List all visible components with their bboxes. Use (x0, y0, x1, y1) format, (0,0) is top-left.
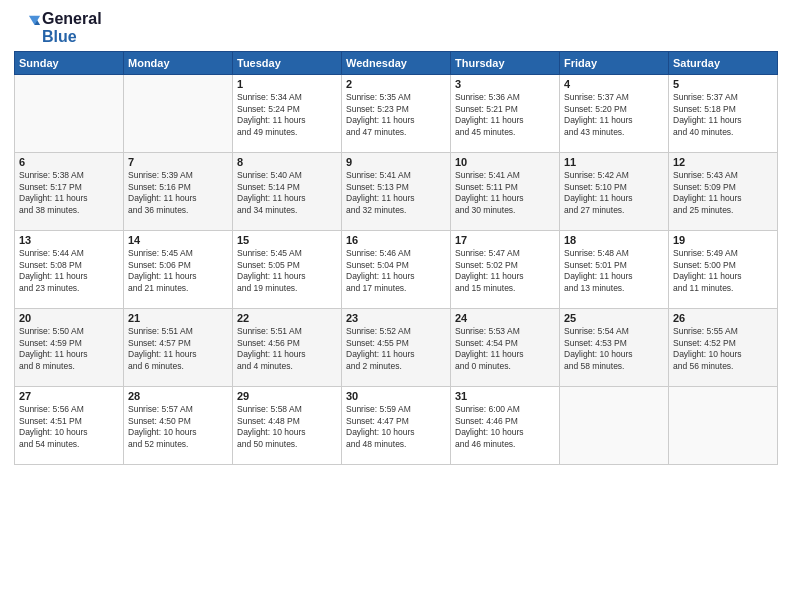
calendar-cell: 6Sunrise: 5:38 AM Sunset: 5:17 PM Daylig… (15, 153, 124, 231)
calendar-cell: 15Sunrise: 5:45 AM Sunset: 5:05 PM Dayli… (233, 231, 342, 309)
logo-text-general: General (42, 10, 102, 28)
calendar-cell: 18Sunrise: 5:48 AM Sunset: 5:01 PM Dayli… (560, 231, 669, 309)
calendar-cell: 16Sunrise: 5:46 AM Sunset: 5:04 PM Dayli… (342, 231, 451, 309)
calendar-cell: 17Sunrise: 5:47 AM Sunset: 5:02 PM Dayli… (451, 231, 560, 309)
logo-icon (14, 12, 42, 40)
day-number: 31 (455, 390, 555, 402)
day-number: 29 (237, 390, 337, 402)
weekday-header-friday: Friday (560, 52, 669, 75)
day-info: Sunrise: 5:51 AM Sunset: 4:57 PM Dayligh… (128, 326, 228, 372)
header: General Blue (14, 10, 778, 45)
day-number: 27 (19, 390, 119, 402)
day-info: Sunrise: 5:57 AM Sunset: 4:50 PM Dayligh… (128, 404, 228, 450)
day-info: Sunrise: 6:00 AM Sunset: 4:46 PM Dayligh… (455, 404, 555, 450)
day-number: 19 (673, 234, 773, 246)
calendar-table: SundayMondayTuesdayWednesdayThursdayFrid… (14, 51, 778, 465)
week-row-4: 20Sunrise: 5:50 AM Sunset: 4:59 PM Dayli… (15, 309, 778, 387)
day-number: 22 (237, 312, 337, 324)
day-info: Sunrise: 5:52 AM Sunset: 4:55 PM Dayligh… (346, 326, 446, 372)
day-info: Sunrise: 5:43 AM Sunset: 5:09 PM Dayligh… (673, 170, 773, 216)
day-info: Sunrise: 5:49 AM Sunset: 5:00 PM Dayligh… (673, 248, 773, 294)
weekday-row: SundayMondayTuesdayWednesdayThursdayFrid… (15, 52, 778, 75)
logo: General Blue (14, 10, 102, 45)
calendar-cell: 12Sunrise: 5:43 AM Sunset: 5:09 PM Dayli… (669, 153, 778, 231)
day-number: 16 (346, 234, 446, 246)
day-info: Sunrise: 5:38 AM Sunset: 5:17 PM Dayligh… (19, 170, 119, 216)
week-row-3: 13Sunrise: 5:44 AM Sunset: 5:08 PM Dayli… (15, 231, 778, 309)
calendar-cell: 25Sunrise: 5:54 AM Sunset: 4:53 PM Dayli… (560, 309, 669, 387)
calendar-cell (669, 387, 778, 465)
calendar-cell (560, 387, 669, 465)
day-info: Sunrise: 5:44 AM Sunset: 5:08 PM Dayligh… (19, 248, 119, 294)
weekday-header-tuesday: Tuesday (233, 52, 342, 75)
calendar-cell: 13Sunrise: 5:44 AM Sunset: 5:08 PM Dayli… (15, 231, 124, 309)
calendar-cell: 24Sunrise: 5:53 AM Sunset: 4:54 PM Dayli… (451, 309, 560, 387)
weekday-header-saturday: Saturday (669, 52, 778, 75)
day-number: 28 (128, 390, 228, 402)
calendar-cell: 31Sunrise: 6:00 AM Sunset: 4:46 PM Dayli… (451, 387, 560, 465)
weekday-header-wednesday: Wednesday (342, 52, 451, 75)
day-info: Sunrise: 5:41 AM Sunset: 5:11 PM Dayligh… (455, 170, 555, 216)
day-number: 14 (128, 234, 228, 246)
day-number: 6 (19, 156, 119, 168)
day-info: Sunrise: 5:45 AM Sunset: 5:06 PM Dayligh… (128, 248, 228, 294)
day-info: Sunrise: 5:37 AM Sunset: 5:18 PM Dayligh… (673, 92, 773, 138)
day-info: Sunrise: 5:35 AM Sunset: 5:23 PM Dayligh… (346, 92, 446, 138)
day-number: 30 (346, 390, 446, 402)
day-number: 12 (673, 156, 773, 168)
calendar-cell: 20Sunrise: 5:50 AM Sunset: 4:59 PM Dayli… (15, 309, 124, 387)
calendar-cell: 3Sunrise: 5:36 AM Sunset: 5:21 PM Daylig… (451, 75, 560, 153)
day-info: Sunrise: 5:40 AM Sunset: 5:14 PM Dayligh… (237, 170, 337, 216)
calendar-cell: 19Sunrise: 5:49 AM Sunset: 5:00 PM Dayli… (669, 231, 778, 309)
calendar-cell: 29Sunrise: 5:58 AM Sunset: 4:48 PM Dayli… (233, 387, 342, 465)
calendar-cell: 21Sunrise: 5:51 AM Sunset: 4:57 PM Dayli… (124, 309, 233, 387)
day-number: 3 (455, 78, 555, 90)
calendar-cell: 30Sunrise: 5:59 AM Sunset: 4:47 PM Dayli… (342, 387, 451, 465)
calendar-cell: 9Sunrise: 5:41 AM Sunset: 5:13 PM Daylig… (342, 153, 451, 231)
day-info: Sunrise: 5:53 AM Sunset: 4:54 PM Dayligh… (455, 326, 555, 372)
day-number: 10 (455, 156, 555, 168)
day-number: 9 (346, 156, 446, 168)
day-info: Sunrise: 5:42 AM Sunset: 5:10 PM Dayligh… (564, 170, 664, 216)
day-info: Sunrise: 5:55 AM Sunset: 4:52 PM Dayligh… (673, 326, 773, 372)
day-info: Sunrise: 5:36 AM Sunset: 5:21 PM Dayligh… (455, 92, 555, 138)
day-number: 11 (564, 156, 664, 168)
week-row-5: 27Sunrise: 5:56 AM Sunset: 4:51 PM Dayli… (15, 387, 778, 465)
day-info: Sunrise: 5:45 AM Sunset: 5:05 PM Dayligh… (237, 248, 337, 294)
day-info: Sunrise: 5:41 AM Sunset: 5:13 PM Dayligh… (346, 170, 446, 216)
calendar-header: SundayMondayTuesdayWednesdayThursdayFrid… (15, 52, 778, 75)
day-info: Sunrise: 5:50 AM Sunset: 4:59 PM Dayligh… (19, 326, 119, 372)
day-number: 17 (455, 234, 555, 246)
calendar-cell: 7Sunrise: 5:39 AM Sunset: 5:16 PM Daylig… (124, 153, 233, 231)
day-info: Sunrise: 5:46 AM Sunset: 5:04 PM Dayligh… (346, 248, 446, 294)
calendar-cell: 1Sunrise: 5:34 AM Sunset: 5:24 PM Daylig… (233, 75, 342, 153)
calendar-cell: 10Sunrise: 5:41 AM Sunset: 5:11 PM Dayli… (451, 153, 560, 231)
day-number: 20 (19, 312, 119, 324)
day-number: 4 (564, 78, 664, 90)
day-number: 24 (455, 312, 555, 324)
day-number: 5 (673, 78, 773, 90)
day-info: Sunrise: 5:51 AM Sunset: 4:56 PM Dayligh… (237, 326, 337, 372)
calendar-cell: 8Sunrise: 5:40 AM Sunset: 5:14 PM Daylig… (233, 153, 342, 231)
day-number: 26 (673, 312, 773, 324)
calendar-cell (124, 75, 233, 153)
day-number: 23 (346, 312, 446, 324)
calendar-cell: 5Sunrise: 5:37 AM Sunset: 5:18 PM Daylig… (669, 75, 778, 153)
day-info: Sunrise: 5:59 AM Sunset: 4:47 PM Dayligh… (346, 404, 446, 450)
day-number: 21 (128, 312, 228, 324)
weekday-header-thursday: Thursday (451, 52, 560, 75)
day-info: Sunrise: 5:56 AM Sunset: 4:51 PM Dayligh… (19, 404, 119, 450)
day-number: 7 (128, 156, 228, 168)
day-info: Sunrise: 5:34 AM Sunset: 5:24 PM Dayligh… (237, 92, 337, 138)
week-row-1: 1Sunrise: 5:34 AM Sunset: 5:24 PM Daylig… (15, 75, 778, 153)
calendar-body: 1Sunrise: 5:34 AM Sunset: 5:24 PM Daylig… (15, 75, 778, 465)
day-number: 13 (19, 234, 119, 246)
day-number: 2 (346, 78, 446, 90)
day-info: Sunrise: 5:54 AM Sunset: 4:53 PM Dayligh… (564, 326, 664, 372)
calendar-cell: 22Sunrise: 5:51 AM Sunset: 4:56 PM Dayli… (233, 309, 342, 387)
day-info: Sunrise: 5:48 AM Sunset: 5:01 PM Dayligh… (564, 248, 664, 294)
day-number: 18 (564, 234, 664, 246)
calendar-cell: 2Sunrise: 5:35 AM Sunset: 5:23 PM Daylig… (342, 75, 451, 153)
day-number: 25 (564, 312, 664, 324)
calendar-cell: 28Sunrise: 5:57 AM Sunset: 4:50 PM Dayli… (124, 387, 233, 465)
